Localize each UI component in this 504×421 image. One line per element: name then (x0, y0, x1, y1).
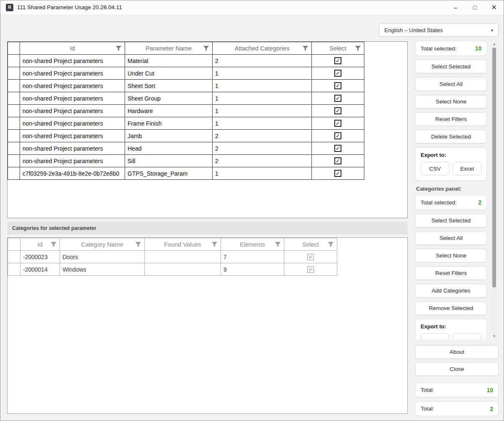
row-header-cell (8, 142, 20, 155)
row-select-checkbox[interactable]: ✓ (334, 132, 341, 139)
row-select-checkbox[interactable]: ✓ (307, 254, 314, 260)
export-csv-button[interactable]: CSV (421, 162, 449, 175)
export-to-label: Export to: (421, 152, 482, 158)
window-title: 111 Shared Parameter Usage 20.26.04.11 (17, 4, 122, 10)
column-header-blank (8, 238, 20, 251)
column-header-blank (8, 42, 20, 55)
language-dropdown[interactable]: English – United States ▾ (379, 23, 499, 37)
row-select-checkbox[interactable]: ✓ (334, 82, 341, 89)
export-button[interactable] (421, 333, 449, 339)
sidebar-button-select-none[interactable]: Select None (415, 95, 487, 108)
table-row[interactable]: non-shared Project parametersMaterial2✓ (8, 55, 364, 67)
minimize-button[interactable]: – (446, 0, 465, 14)
sidebar-scroll-area: Total selected:10Select SelectedSelect A… (415, 41, 487, 339)
table-row[interactable]: non-shared Project parametersUnder Cut1✓ (8, 67, 364, 80)
total-value: 10 (486, 387, 493, 393)
cell-id: non-shared Project parameters (20, 155, 125, 167)
categories-table: IdCategory NameFound ValuesElementsSelec… (7, 237, 408, 414)
export-buttons (421, 333, 482, 339)
row-select-checkbox[interactable]: ✓ (307, 266, 314, 273)
sidebar-button-select-selected[interactable]: Select Selected (415, 214, 487, 227)
table-row[interactable]: non-shared Project parametersHead2✓ (8, 142, 364, 155)
close-dialog-button[interactable]: Close (415, 362, 499, 376)
sidebar-button-reset-filters[interactable]: Reset Filters (415, 112, 487, 126)
row-select-checkbox[interactable]: ✓ (334, 120, 341, 127)
filter-icon[interactable] (211, 242, 218, 247)
sidebar-button-remove-selected[interactable]: Remove Selected (415, 301, 487, 315)
scrollbar-thumb[interactable] (492, 48, 496, 287)
export-button[interactable] (453, 333, 481, 339)
total-value: 2 (490, 406, 493, 412)
table-row[interactable]: non-shared Project parametersFrame Finis… (8, 117, 364, 130)
filter-icon[interactable] (115, 45, 122, 51)
categories-section-title: Categories for selected parameter (12, 225, 96, 231)
row-select-checkbox[interactable]: ✓ (334, 107, 341, 114)
row-select-checkbox[interactable]: ✓ (334, 57, 341, 64)
select-cell: ✓ (312, 92, 364, 105)
scrollbar-up-icon[interactable]: ▴ (491, 41, 497, 47)
table-row[interactable]: non-shared Project parametersSheet Group… (8, 92, 364, 105)
filter-icon[interactable] (275, 242, 281, 247)
cell-id: c7f03259-2e3a-491b-8e2e-0b72e8b0 (20, 167, 125, 180)
filter-icon[interactable] (203, 45, 209, 51)
column-header-id: Id (20, 238, 60, 251)
column-label: Id (38, 241, 43, 248)
about-button[interactable]: About (415, 345, 499, 359)
cell-id: non-shared Project parameters (20, 92, 125, 105)
filter-icon[interactable] (302, 45, 308, 51)
sidebar-scrollbar[interactable]: ▴ ▾ (491, 41, 497, 339)
select-cell: ✓ (284, 263, 337, 276)
column-header-parameter-name: Parameter Name (125, 42, 213, 55)
total-parameters-panel: Total: 10 (415, 383, 499, 397)
row-header-cell (8, 263, 20, 276)
table-row[interactable]: c7f03259-2e3a-491b-8e2e-0b72e8b0GTPS_Sto… (8, 167, 364, 180)
cell-id: non-shared Project parameters (20, 55, 125, 67)
filter-icon[interactable] (135, 242, 141, 247)
app-icon: R (6, 4, 13, 11)
table-row[interactable]: -2000014Windows9✓ (8, 263, 337, 276)
table-row[interactable]: non-shared Project parametersJamb2✓ (8, 130, 364, 142)
sidebar-button-select-none[interactable]: Select None (415, 249, 487, 262)
parameters-table: IdParameter NameAttached CategoriesSelec… (7, 41, 408, 218)
cell-attached: 1 (213, 80, 312, 92)
export-excel-button[interactable]: Excel (453, 162, 481, 175)
cell-id: non-shared Project parameters (20, 80, 125, 92)
cell-name: Sheet Group (125, 92, 213, 105)
parameters-total-selected-panel: Total selected:10 (415, 41, 487, 56)
column-label: Select (329, 45, 346, 52)
sidebar-button-select-selected[interactable]: Select Selected (415, 60, 487, 73)
row-header-cell (8, 55, 20, 67)
scrollbar-down-icon[interactable]: ▾ (491, 333, 497, 339)
row-select-checkbox[interactable]: ✓ (334, 145, 341, 152)
table-row[interactable]: non-shared Project parametersSill2✓ (8, 155, 364, 167)
maximize-button[interactable]: □ (465, 0, 484, 14)
cell-id: non-shared Project parameters (20, 67, 125, 80)
categories-panel-label: Categories panel: (415, 186, 487, 192)
select-cell: ✓ (312, 67, 364, 80)
close-window-button[interactable]: × (484, 0, 504, 14)
sidebar-button-delete-selected[interactable]: Delete Selected (415, 130, 487, 144)
table-header-row: IdCategory NameFound ValuesElementsSelec… (8, 238, 337, 251)
row-select-checkbox[interactable]: ✓ (334, 70, 341, 77)
row-select-checkbox[interactable]: ✓ (334, 95, 341, 102)
filter-icon[interactable] (50, 242, 57, 247)
sidebar-button-select-all[interactable]: Select All (415, 231, 487, 245)
filter-icon[interactable] (328, 242, 334, 247)
cell-id: -2000014 (20, 263, 60, 276)
sidebar-button-add-categories[interactable]: Add Categories (415, 284, 487, 297)
row-select-checkbox[interactable]: ✓ (334, 170, 341, 177)
row-select-checkbox[interactable]: ✓ (334, 157, 341, 164)
filter-icon[interactable] (355, 45, 361, 51)
cell-attached: 2 (213, 130, 312, 142)
row-header-cell (8, 67, 20, 80)
row-header-cell (8, 155, 20, 167)
table-row[interactable]: non-shared Project parametersSheet Sort1… (8, 80, 364, 92)
table-row[interactable]: -2000023Doors7✓ (8, 251, 337, 263)
table-row[interactable]: non-shared Project parametersHardware1✓ (8, 105, 364, 117)
cell-attached: 2 (213, 142, 312, 155)
column-header-select: Select (284, 238, 337, 251)
sidebar-button-reset-filters[interactable]: Reset Filters (415, 266, 487, 280)
window-controls: – □ × (446, 0, 504, 14)
sidebar-button-select-all[interactable]: Select All (415, 77, 487, 91)
select-cell: ✓ (312, 105, 364, 117)
